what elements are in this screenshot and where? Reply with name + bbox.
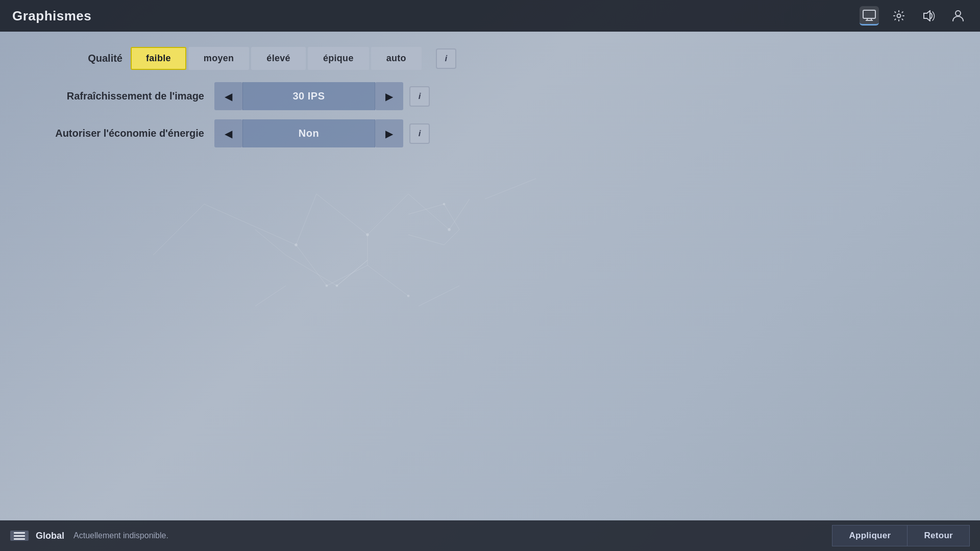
energy-row: Autoriser l'économie d'énergie ◀ Non ▶ i xyxy=(20,119,960,147)
sound-icon[interactable] xyxy=(919,6,938,26)
user-icon[interactable] xyxy=(948,6,968,26)
svg-marker-34 xyxy=(924,11,930,21)
header-icons xyxy=(860,6,968,26)
refresh-value: 30 IPS xyxy=(242,82,375,110)
quality-btn-eleve[interactable]: élevé xyxy=(251,47,306,70)
global-label: Global xyxy=(36,531,64,541)
refresh-label: Rafraîchissement de l'image xyxy=(20,90,214,102)
svg-point-35 xyxy=(955,11,961,16)
energy-next-button[interactable]: ▶ xyxy=(375,119,403,147)
quality-btn-auto[interactable]: auto xyxy=(371,47,422,70)
refresh-next-button[interactable]: ▶ xyxy=(375,82,403,110)
quality-info-button[interactable]: i xyxy=(436,48,456,69)
status-text: Actuellement indisponible. xyxy=(74,531,168,540)
refresh-info-button[interactable]: i xyxy=(409,86,430,107)
quality-buttons: faible moyen élevé épique auto xyxy=(131,47,422,70)
bottom-actions: Appliquer Retour xyxy=(832,525,970,546)
menu-icon xyxy=(10,531,29,541)
svg-rect-29 xyxy=(863,10,875,18)
apply-button[interactable]: Appliquer xyxy=(832,525,907,546)
settings-section: Qualité faible moyen élevé épique auto i… xyxy=(20,47,960,157)
quality-btn-moyen[interactable]: moyen xyxy=(188,47,250,70)
svg-point-33 xyxy=(897,14,901,18)
quality-row: Qualité faible moyen élevé épique auto i xyxy=(20,47,960,70)
refresh-prev-button[interactable]: ◀ xyxy=(214,82,242,110)
gear-icon[interactable] xyxy=(889,6,909,26)
quality-btn-epique[interactable]: épique xyxy=(308,47,369,70)
main-content: Qualité faible moyen élevé épique auto i… xyxy=(0,32,980,520)
energy-info-button[interactable]: i xyxy=(409,123,430,144)
refresh-rate-row: Rafraîchissement de l'image ◀ 30 IPS ▶ i xyxy=(20,82,960,110)
quality-btn-faible[interactable]: faible xyxy=(131,47,186,70)
quality-label: Qualité xyxy=(20,53,122,64)
page-title: Graphismes xyxy=(12,8,91,24)
monitor-icon[interactable] xyxy=(860,6,879,26)
energy-prev-button[interactable]: ◀ xyxy=(214,119,242,147)
header: Graphismes xyxy=(0,0,980,32)
energy-value: Non xyxy=(242,119,375,147)
back-button[interactable]: Retour xyxy=(907,525,970,546)
energy-label: Autoriser l'économie d'énergie xyxy=(20,128,214,139)
bottom-bar: Global Actuellement indisponible. Appliq… xyxy=(0,520,980,551)
